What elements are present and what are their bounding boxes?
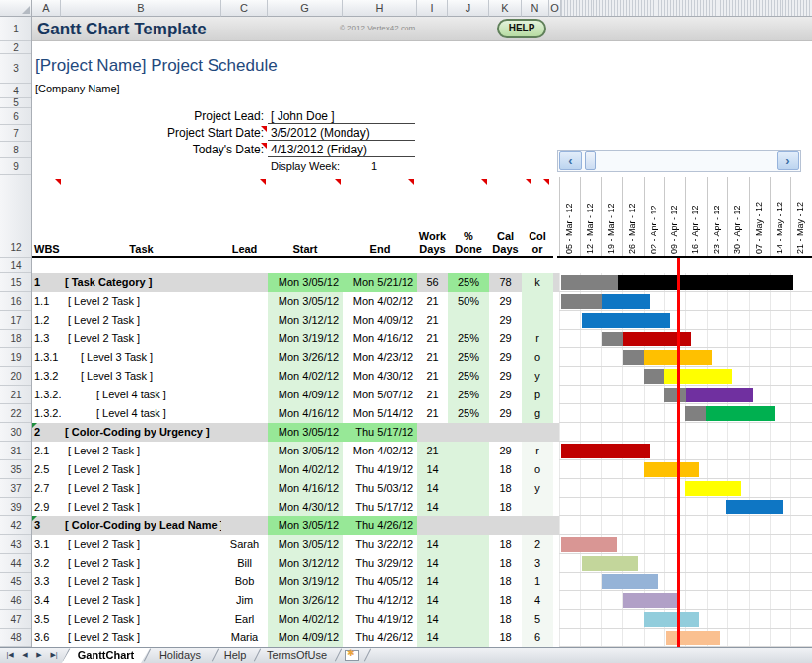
cell-col[interactable]: 1 bbox=[522, 573, 553, 591]
cell-pct[interactable]: 25% bbox=[448, 330, 489, 348]
row-header-19[interactable]: 19 bbox=[0, 348, 31, 367]
column-header-A[interactable]: A bbox=[32, 0, 61, 17]
cell-end[interactable]: Mon 4/09/12 bbox=[343, 311, 417, 330]
cell-lead[interactable] bbox=[221, 498, 268, 516]
cell-task[interactable]: [ Level 2 Task ] bbox=[61, 330, 221, 348]
gantt-bar[interactable] bbox=[561, 275, 618, 290]
cell-wbs[interactable]: 1.3.2 bbox=[32, 367, 61, 386]
cell-end[interactable]: Mon 4/30/12 bbox=[343, 367, 417, 386]
column-header-J[interactable]: J bbox=[448, 0, 489, 17]
cell-cal[interactable]: 18 bbox=[489, 591, 522, 610]
cell-start[interactable]: Mon 3/05/12 bbox=[268, 423, 343, 442]
cell-task[interactable]: [ Level 2 Task ] bbox=[61, 535, 221, 554]
cell-col[interactable]: p bbox=[522, 386, 553, 404]
cell-col[interactable]: 4 bbox=[522, 591, 553, 610]
cell-cal[interactable]: 18 bbox=[489, 479, 522, 498]
cell-col[interactable] bbox=[522, 423, 553, 442]
cell-work[interactable]: 21 bbox=[417, 367, 448, 386]
cell-end[interactable]: Thu 4/19/12 bbox=[343, 610, 417, 629]
cell-task[interactable]: [ Level 2 Task ] bbox=[61, 610, 221, 629]
cell-pct[interactable] bbox=[448, 610, 489, 629]
gantt-bar[interactable] bbox=[561, 294, 602, 309]
cell-pct[interactable] bbox=[448, 311, 489, 330]
cell-pct[interactable]: 25% bbox=[448, 273, 489, 292]
row-header-8[interactable]: 8 bbox=[0, 142, 31, 158]
cell-pct[interactable] bbox=[448, 498, 489, 516]
cell-cal[interactable] bbox=[489, 516, 522, 535]
cell-end[interactable]: Mon 5/21/12 bbox=[343, 273, 417, 292]
cell-start[interactable]: Mon 4/16/12 bbox=[268, 404, 343, 423]
cell-lead[interactable] bbox=[221, 348, 268, 367]
row-header-31[interactable]: 31 bbox=[0, 442, 31, 460]
cell-col[interactable]: y bbox=[522, 479, 553, 498]
cell-lead[interactable] bbox=[221, 330, 268, 348]
row-header-30[interactable]: 30 bbox=[0, 423, 31, 442]
cell-task[interactable]: [ Level 4 task ] bbox=[61, 386, 221, 404]
gantt-bar[interactable] bbox=[561, 444, 650, 458]
cell-pct[interactable] bbox=[448, 535, 489, 554]
todays-date-value[interactable]: 4/13/2012 (Friday) bbox=[268, 142, 415, 157]
cell-lead[interactable] bbox=[221, 423, 268, 442]
cell-lead[interactable] bbox=[221, 311, 268, 330]
row-header-20[interactable]: 20 bbox=[0, 367, 31, 386]
row-header-12[interactable]: 12 bbox=[0, 237, 31, 258]
cell-wbs[interactable]: 3.1 bbox=[32, 535, 61, 554]
cell-wbs[interactable]: 3.4 bbox=[32, 591, 61, 610]
cell-work[interactable]: 14 bbox=[417, 535, 448, 554]
cell-lead[interactable]: Earl bbox=[221, 610, 268, 629]
column-header-I[interactable]: I bbox=[417, 0, 448, 17]
cell-lead[interactable]: Sarah bbox=[221, 535, 268, 554]
cell-end[interactable]: Thu 3/22/12 bbox=[343, 535, 417, 554]
row-header-6[interactable]: 6 bbox=[0, 108, 31, 125]
cell-lead[interactable]: Bob bbox=[221, 573, 268, 591]
row-header-18[interactable]: 18 bbox=[0, 330, 31, 348]
row-header-5[interactable]: 5 bbox=[0, 98, 31, 108]
cell-pct[interactable] bbox=[448, 554, 489, 573]
column-header-G[interactable]: G bbox=[268, 0, 343, 17]
project-start-date-value[interactable]: 3/5/2012 (Monday) bbox=[268, 125, 415, 141]
gantt-bar[interactable] bbox=[664, 388, 686, 402]
cell-start[interactable]: Mon 3/26/12 bbox=[268, 348, 343, 367]
cell-work[interactable]: 21 bbox=[417, 330, 448, 348]
cell-lead[interactable] bbox=[221, 404, 268, 423]
gantt-bar[interactable] bbox=[706, 406, 775, 421]
row-header-46[interactable]: 46 bbox=[0, 591, 31, 610]
cell-cal[interactable]: 78 bbox=[489, 273, 522, 292]
cell-task[interactable]: [ Level 4 task ] bbox=[61, 404, 221, 423]
cell-wbs[interactable]: 1.3.2.2 bbox=[32, 404, 61, 423]
gantt-bar[interactable] bbox=[726, 500, 783, 514]
column-header-C[interactable]: C bbox=[221, 0, 268, 17]
first-sheet-button[interactable]: |◀ bbox=[3, 649, 17, 661]
column-header-K[interactable]: K bbox=[489, 0, 522, 17]
cell-pct[interactable]: 25% bbox=[448, 404, 489, 423]
cell-end[interactable]: Mon 5/07/12 bbox=[343, 386, 417, 404]
cell-lead[interactable] bbox=[221, 442, 268, 460]
cell-lead[interactable]: Bill bbox=[221, 554, 268, 573]
gantt-bar[interactable] bbox=[686, 388, 753, 402]
cell-col[interactable]: 5 bbox=[522, 610, 553, 629]
gantt-bar[interactable] bbox=[685, 406, 706, 421]
gantt-bar[interactable] bbox=[602, 332, 623, 346]
cell-col[interactable]: r bbox=[522, 442, 553, 460]
cell-cal[interactable]: 29 bbox=[489, 311, 522, 330]
row-header-4[interactable]: 4 bbox=[0, 84, 31, 98]
cell-pct[interactable] bbox=[448, 516, 489, 535]
gantt-bar[interactable] bbox=[582, 556, 638, 571]
row-header-45[interactable]: 45 bbox=[0, 573, 31, 591]
cell-task[interactable]: [ Task Category ] bbox=[61, 273, 221, 292]
cell-lead[interactable] bbox=[221, 386, 268, 404]
cell-task[interactable]: [ Color-Coding by Lead Name ] bbox=[61, 516, 221, 535]
display-week-value[interactable]: 1 bbox=[362, 158, 386, 175]
gantt-bar[interactable] bbox=[664, 369, 732, 384]
cell-end[interactable]: Thu 3/29/12 bbox=[343, 554, 417, 573]
cell-wbs[interactable]: 3.2 bbox=[32, 554, 61, 573]
cell-start[interactable]: Mon 4/02/12 bbox=[268, 367, 343, 386]
row-header-44[interactable]: 44 bbox=[0, 554, 31, 573]
cell-col[interactable] bbox=[522, 498, 553, 516]
cell-col[interactable]: k bbox=[522, 273, 553, 292]
cell-wbs[interactable]: 1.3.2.1 bbox=[32, 386, 61, 404]
cell-end[interactable]: Thu 4/26/12 bbox=[343, 516, 417, 535]
gantt-bar[interactable] bbox=[644, 612, 699, 627]
row-header-9[interactable]: 9 bbox=[0, 158, 31, 175]
row-header-43[interactable]: 43 bbox=[0, 535, 31, 554]
